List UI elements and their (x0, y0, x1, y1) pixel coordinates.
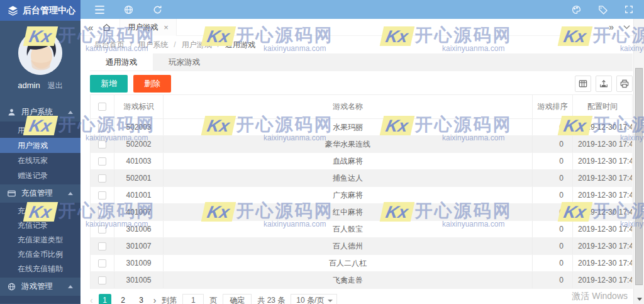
username: admin (18, 81, 40, 90)
sidebar-section-recharge-manage[interactable]: 充值管理 (0, 184, 80, 203)
table-row: 502003水果玛丽02019-12-30 17:47... (91, 119, 632, 136)
select-all-checkbox[interactable] (98, 103, 106, 111)
delete-button[interactable]: 删除 (133, 75, 171, 93)
refresh-icon[interactable] (152, 4, 162, 14)
row-checkbox-cell (91, 255, 114, 271)
row-checkbox-cell (91, 153, 114, 169)
row-checkbox[interactable] (98, 140, 106, 149)
page-confirm-button[interactable]: 确定 (223, 294, 252, 304)
page-number-2[interactable]: 2 (117, 294, 130, 304)
sidebar-collapse-icon[interactable] (94, 4, 104, 14)
crumb-user-games[interactable]: 用户游戏 (182, 40, 212, 50)
breadcrumb: 后台首页 / 用户系统 / 用户游戏 / 通用游戏 (80, 36, 633, 53)
table-row: 301009百人二八杠02019-12-30 17:47... (91, 255, 632, 272)
language-globe-icon[interactable] (123, 4, 133, 14)
open-tab-label: 用户游戏 (128, 22, 158, 33)
home-icon[interactable] (103, 23, 111, 31)
row-checkbox-cell (91, 221, 114, 237)
card-icon (8, 189, 16, 198)
row-checkbox[interactable] (98, 208, 106, 217)
sidebar-item-online-players[interactable]: 在线玩家 (0, 153, 80, 168)
row-checkbox[interactable] (98, 191, 106, 200)
tag-icon[interactable] (597, 4, 608, 14)
select-all-cell (91, 95, 114, 118)
sidebar-item-recharge-records[interactable]: 充值记录 (0, 218, 80, 233)
cell-game-name: 红中麻将 (164, 204, 533, 220)
add-button[interactable]: 新增 (90, 75, 128, 93)
user-info: admin退出 (0, 81, 80, 91)
fullscreen-icon[interactable] (624, 4, 634, 14)
logout-link[interactable]: 退出 (48, 81, 63, 90)
cell-game-name: 水果玛丽 (164, 119, 533, 135)
app-logo: 后台管理中心 (0, 0, 80, 21)
sidebar-section-user-system[interactable]: 用户系统 (0, 103, 80, 121)
open-tab-user-games[interactable]: 用户游戏 × (119, 19, 177, 36)
chevron-up-icon (68, 111, 73, 114)
cell-game-sort: 0 (533, 170, 573, 186)
row-checkbox-cell (91, 187, 114, 203)
page-next-icon[interactable]: › (153, 295, 157, 304)
cell-config-time: 2019-12-30 17:47... (573, 187, 632, 203)
tabs-collapse-icon[interactable]: « (88, 23, 93, 32)
cell-game-id: 502002 (114, 136, 164, 152)
sidebar-item-user-manage[interactable]: 用户管理 (0, 123, 80, 138)
cell-game-sort: 0 (533, 221, 573, 237)
avatar[interactable] (18, 31, 62, 75)
export-icon[interactable] (596, 76, 612, 92)
sidebar-item-online-recharge-assist[interactable]: 在线充值辅助 (0, 262, 80, 276)
sidebar-item-recharge-config[interactable]: 充值配置 (0, 204, 80, 218)
table-row: 301005飞禽走兽02019-12-30 17:47... (91, 272, 632, 289)
scrollbar-down-arrow[interactable] (634, 294, 644, 304)
theme-icon[interactable] (571, 4, 581, 14)
vertical-scrollbar[interactable] (633, 19, 644, 304)
crumb-current: 通用游戏 (225, 40, 255, 50)
tab-common-games[interactable]: 通用游戏 (90, 53, 153, 70)
total-count-label: 共 23 条 (257, 295, 285, 304)
tab-player-games[interactable]: 玩家游戏 (153, 53, 216, 70)
cell-game-id: 301009 (114, 255, 164, 271)
row-checkbox[interactable] (98, 259, 106, 267)
row-checkbox-cell (91, 136, 114, 152)
row-checkbox[interactable] (98, 276, 106, 284)
sidebar-item-recharge-coin-ratio[interactable]: 充值金币比例 (0, 247, 80, 262)
sidebar-item-user-games[interactable]: 用户游戏 (0, 138, 80, 153)
tabs-dropdown-icon[interactable] (623, 25, 630, 30)
row-checkbox[interactable] (98, 123, 106, 132)
crumb-home[interactable]: 后台首页 (94, 40, 125, 50)
sidebar-section-game-manage[interactable]: 游戏管理 (0, 278, 80, 296)
page-number-3[interactable]: 3 (135, 294, 148, 304)
sidebar-item-recharge-channel-type[interactable]: 充值渠道类型 (0, 233, 80, 247)
col-game-id: 游戏标识 (114, 95, 164, 118)
filter-columns-icon[interactable] (575, 76, 591, 92)
sidebar: admin退出 用户系统用户管理用户游戏在线玩家赠送记录充值管理充值配置充值记录… (0, 21, 80, 304)
cell-game-name: 捕鱼达人 (164, 170, 533, 186)
cell-game-id: 401007 (114, 204, 164, 220)
cell-game-sort: 0 (533, 255, 573, 271)
chevron-up-icon (68, 192, 73, 195)
sidebar-menu: 用户系统用户管理用户游戏在线玩家赠送记录充值管理充值配置充值记录充值渠道类型充值… (0, 103, 80, 303)
page-size-select[interactable]: 10 条/页 (291, 294, 337, 304)
page-numbers: 123 (99, 294, 148, 304)
cell-game-name: 百人二八杠 (164, 255, 533, 271)
cell-game-id: 301006 (114, 221, 164, 237)
row-checkbox-cell (91, 119, 114, 135)
row-checkbox[interactable] (98, 174, 106, 183)
tab-close-icon[interactable]: × (164, 23, 169, 32)
sidebar-item-gift-records[interactable]: 赠送记录 (0, 168, 80, 183)
table-header-row: 游戏标识 游戏名称 游戏排序 配置时间 (91, 95, 632, 119)
scrollbar-thumb[interactable] (635, 68, 643, 285)
tabs-more-icon[interactable]: » (609, 22, 614, 32)
crumb-user-system[interactable]: 用户系统 (138, 40, 168, 50)
layers-logo-icon (8, 5, 18, 16)
row-checkbox[interactable] (98, 242, 106, 251)
cell-config-time: 2019-12-30 17:47... (573, 221, 632, 237)
page-prev-icon[interactable]: ‹ (90, 295, 93, 304)
print-icon[interactable] (616, 76, 633, 92)
cell-game-sort: 0 (533, 153, 573, 169)
page-number-1[interactable]: 1 (99, 294, 111, 304)
globe-icon (8, 283, 16, 291)
row-checkbox[interactable] (98, 225, 106, 234)
topbar (80, 0, 644, 19)
row-checkbox[interactable] (98, 157, 106, 166)
page-jump-input[interactable] (182, 294, 204, 304)
